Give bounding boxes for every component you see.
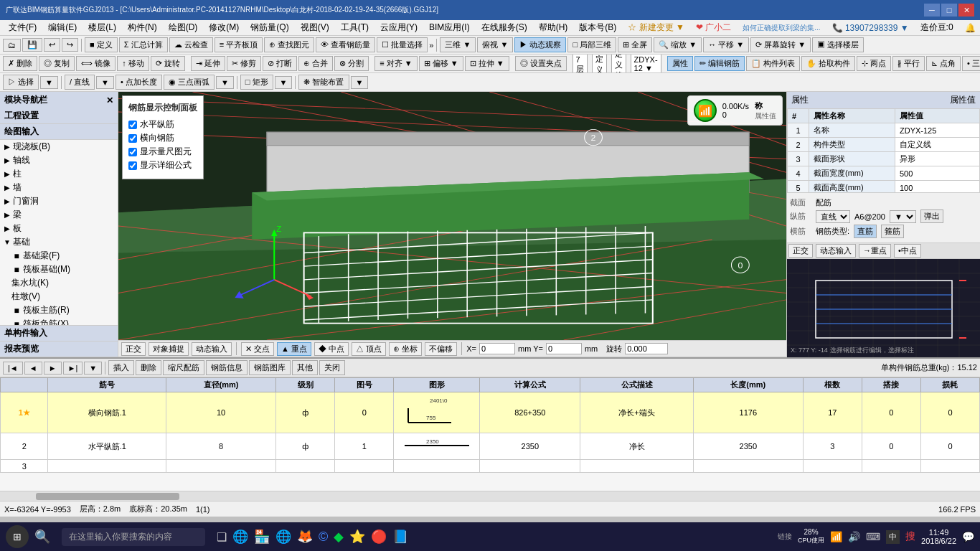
tb-line[interactable]: / 直线 <box>65 75 95 90</box>
menu-coins[interactable]: 造价豆:0 <box>915 20 959 35</box>
tree-foundbeam[interactable]: ■ 基础梁(F) <box>0 249 118 263</box>
tree-opening[interactable]: ▶ 门窗洞 <box>0 194 118 208</box>
tree-colbase[interactable]: 柱墩(V) <box>0 290 118 303</box>
btn-first[interactable]: |◄ <box>3 362 23 375</box>
tb-arc3[interactable]: ◉ 三点画弧 <box>164 75 215 90</box>
y-input[interactable] <box>546 343 582 354</box>
tree-raftneg[interactable]: ■ 筏板负筋(X) <box>0 317 118 325</box>
tb-dynobs[interactable]: ▶ 动态观察 <box>514 37 566 52</box>
menu-bim[interactable]: BIM应用(I) <box>423 20 476 35</box>
tb-pointangle[interactable]: ⊾ 点角 <box>926 56 961 71</box>
taskview-icon[interactable]: ❑ <box>217 530 227 544</box>
tb-rect-dd[interactable]: ▼ <box>275 76 293 89</box>
rotate-input[interactable] <box>625 343 668 354</box>
tb-select-dd[interactable]: ▼ <box>40 76 58 89</box>
snap-intersection[interactable]: ✕ 交点 <box>241 342 274 356</box>
snap-dynamic[interactable]: 动态输入 <box>192 342 232 356</box>
tree-wall[interactable]: ▶ 墙 <box>0 181 118 194</box>
cb-showshape[interactable] <box>128 148 137 156</box>
tb-threeline[interactable]: • 三点辅线 <box>962 56 980 71</box>
btn-delete-row[interactable]: 删除 <box>136 360 161 375</box>
snap-nooffset[interactable]: 不偏移 <box>425 342 457 356</box>
tb-redo[interactable]: ↪ <box>62 38 78 52</box>
btn-rebarlibrary[interactable]: 钢筋图库 <box>249 360 291 375</box>
tb-split[interactable]: ⊗ 分割 <box>334 56 369 71</box>
menu-modify[interactable]: 修改(M) <box>203 20 245 35</box>
section-singlecomp[interactable]: 单构件输入 <box>0 326 118 342</box>
tb-complist[interactable]: 📋 构件列表 <box>746 56 800 71</box>
tb-select[interactable]: ▷ 选择 <box>3 75 39 90</box>
app5-icon[interactable]: 🦊 <box>297 529 313 545</box>
tb-mirror[interactable]: ⟺ 镜像 <box>76 56 116 71</box>
tb-break[interactable]: ⊘ 打断 <box>263 56 297 71</box>
table-row-3[interactable]: 3 <box>1 460 980 473</box>
menu-assistant[interactable]: ❤ 广小二 <box>690 20 737 35</box>
snap-ortho[interactable]: 正交 <box>121 342 146 356</box>
stirrup-btn[interactable]: 箍筋 <box>881 225 904 238</box>
tb-fullscreen[interactable]: ⊞ 全屏 <box>618 37 652 52</box>
menu-version[interactable]: 版本号(B) <box>573 20 622 35</box>
tb-editrebar[interactable]: ✏ 编辑钢筋 <box>694 56 745 71</box>
taskbar-search[interactable]: 在这里输入你要搜索的内容 <box>62 528 205 546</box>
menu-file[interactable]: 文件(F) <box>3 20 42 35</box>
menu-cloud[interactable]: 云应用(Y) <box>374 20 423 35</box>
tb-extend[interactable]: ⇥ 延伸 <box>191 56 225 71</box>
tree-beam[interactable]: ▶ 梁 <box>0 208 118 222</box>
tb-3d[interactable]: 三维 ▼ <box>440 37 476 52</box>
tb-topview[interactable]: 俯视 ▼ <box>477 37 513 52</box>
tb-local3d[interactable]: □ 局部三维 <box>567 37 616 52</box>
code-selector[interactable]: ZDYX-12 ▼ <box>631 55 661 73</box>
tb-twopoint[interactable]: ⊹ 两点 <box>857 56 891 71</box>
h-scrollbar[interactable] <box>0 491 980 501</box>
cb-row-showformula[interactable]: 显示详细公式 <box>128 159 197 171</box>
sidebar-close[interactable]: ✕ <box>106 95 113 105</box>
menu-newchange[interactable]: ☆ 新建变更 ▼ <box>622 20 690 35</box>
line-type[interactable]: 自定义线 ▼ <box>611 55 626 73</box>
cb-lateral[interactable] <box>128 134 137 143</box>
cb-row-lateral[interactable]: 横向钢筋 <box>128 132 197 144</box>
popup-button[interactable]: 弹出 <box>920 209 943 223</box>
maximize-button[interactable]: □ <box>941 4 957 17</box>
tb-smartlay[interactable]: ❋ 智能布置 <box>298 75 349 90</box>
tree-pit[interactable]: 集水坑(K) <box>0 276 118 290</box>
tb-setclamp[interactable]: ◎ 设置夹点 <box>515 56 567 71</box>
app9-icon[interactable]: 🔴 <box>371 529 387 545</box>
tb-pull[interactable]: ⊡ 拉伸 ▼ <box>465 56 509 71</box>
menu-floor[interactable]: 楼层(L) <box>83 20 122 35</box>
x-input[interactable] <box>479 343 515 354</box>
tb-selectfloor[interactable]: ▣ 选择楼层 <box>812 37 864 52</box>
tree-column[interactable]: ▶ 柱 <box>0 167 118 181</box>
tb-calculate[interactable]: Σ 汇总计算 <box>119 37 168 52</box>
app6-icon[interactable]: © <box>319 529 328 545</box>
cb-horiz[interactable] <box>128 121 137 129</box>
tb-parallel[interactable]: ∦ 平行 <box>892 56 925 71</box>
menu-component[interactable]: 构件(N) <box>122 20 163 35</box>
tb-smartlay-dd[interactable]: ▼ <box>351 76 369 89</box>
btn-dd[interactable]: ▼ <box>84 362 102 375</box>
btn-rebarinfo[interactable]: 钢筋信息 <box>206 360 248 375</box>
tb-pick[interactable]: ✋ 拾取构件 <box>801 56 855 71</box>
menu-rebar[interactable]: 钢筋量(Q) <box>245 20 294 35</box>
mini-endpoint[interactable]: →重点 <box>859 244 891 258</box>
start-button[interactable]: ⊞ <box>6 525 29 548</box>
section-project[interactable]: 工程设置 <box>0 108 118 124</box>
line-type-select[interactable]: 直线 <box>816 210 850 223</box>
cb-showformula[interactable] <box>128 161 137 170</box>
snap-coord[interactable]: ⊕ 坐标 <box>389 342 422 356</box>
tb-undo[interactable]: ↩ <box>44 38 60 52</box>
mini-dynamic[interactable]: 动态输入 <box>816 244 856 258</box>
tb-delete[interactable]: ✗ 删除 <box>3 56 37 71</box>
menu-phone[interactable]: 📞 13907298339 ▼ <box>826 22 915 34</box>
straight-rebar-btn[interactable]: 直筋 <box>854 225 877 238</box>
tb-property[interactable]: 属性 <box>667 56 693 71</box>
tb-define[interactable]: ■ 定义 <box>85 37 118 52</box>
tb-align2[interactable]: ≡ 对齐 ▼ <box>374 56 417 71</box>
snap-endpoint[interactable]: ▲ 重点 <box>277 342 311 356</box>
cortana-icon[interactable]: 🔍 <box>34 529 50 545</box>
btn-other[interactable]: 其他 <box>292 360 318 375</box>
tb-move[interactable]: ↑ 移动 <box>117 56 149 71</box>
menu-view[interactable]: 视图(V) <box>295 20 335 35</box>
rebar-code-select[interactable]: ▼ <box>890 210 916 223</box>
tb-save[interactable]: 💾 <box>22 38 42 52</box>
menu-help[interactable]: 帮助(H) <box>533 20 574 35</box>
